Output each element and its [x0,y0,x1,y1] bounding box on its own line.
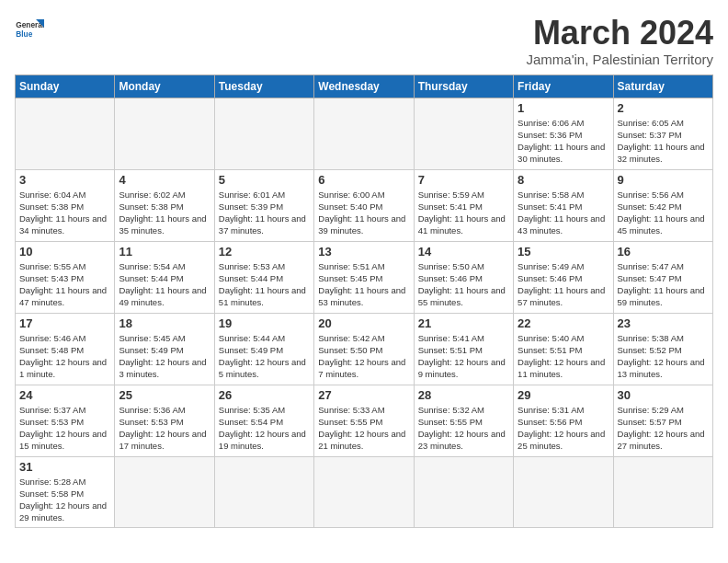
day-info: Sunrise: 5:44 AM Sunset: 5:49 PM Dayligh… [219,332,310,381]
day-info: Sunrise: 5:40 AM Sunset: 5:51 PM Dayligh… [518,332,609,381]
table-row: 1Sunrise: 6:06 AM Sunset: 5:36 PM Daylig… [514,98,613,169]
day-info: Sunrise: 6:00 AM Sunset: 5:40 PM Dayligh… [318,189,409,237]
day-number: 3 [19,173,110,187]
day-info: Sunrise: 5:54 AM Sunset: 5:44 PM Dayligh… [119,260,210,309]
day-number: 5 [219,173,310,187]
table-row: 28Sunrise: 5:32 AM Sunset: 5:55 PM Dayli… [414,385,513,456]
day-info: Sunrise: 5:36 AM Sunset: 5:53 PM Dayligh… [119,404,210,453]
day-number: 20 [318,316,409,330]
table-row: 31Sunrise: 5:28 AM Sunset: 5:58 PM Dayli… [16,456,115,527]
table-row [414,98,513,169]
table-row: 10Sunrise: 5:55 AM Sunset: 5:43 PM Dayli… [16,241,115,313]
day-number: 10 [19,245,110,259]
table-row [214,456,313,527]
day-number: 30 [618,388,709,402]
table-row [115,456,214,527]
day-info: Sunrise: 5:55 AM Sunset: 5:43 PM Dayligh… [19,260,110,309]
day-number: 16 [618,245,709,259]
header-thursday: Thursday [414,75,513,98]
title-area: March 2024 Jamma'in, Palestinian Territo… [527,15,714,67]
day-number: 2 [618,101,709,115]
table-row: 24Sunrise: 5:37 AM Sunset: 5:53 PM Dayli… [16,385,115,456]
day-number: 25 [119,388,210,402]
calendar-table: Sunday Monday Tuesday Wednesday Thursday… [15,75,713,528]
day-info: Sunrise: 5:33 AM Sunset: 5:55 PM Dayligh… [318,404,409,453]
day-number: 18 [119,316,210,330]
day-number: 24 [19,388,110,402]
day-info: Sunrise: 5:51 AM Sunset: 5:45 PM Dayligh… [318,260,409,309]
table-row: 16Sunrise: 5:47 AM Sunset: 5:47 PM Dayli… [613,241,712,313]
day-number: 23 [618,316,709,330]
day-number: 12 [219,245,310,259]
table-row: 3Sunrise: 6:04 AM Sunset: 5:38 PM Daylig… [16,169,115,241]
day-info: Sunrise: 5:46 AM Sunset: 5:48 PM Dayligh… [19,332,110,381]
day-number: 1 [518,101,609,115]
day-info: Sunrise: 5:45 AM Sunset: 5:49 PM Dayligh… [119,332,210,381]
day-info: Sunrise: 6:04 AM Sunset: 5:38 PM Dayligh… [19,189,110,237]
day-number: 6 [318,173,409,187]
table-row: 9Sunrise: 5:56 AM Sunset: 5:42 PM Daylig… [613,169,712,241]
table-row: 7Sunrise: 5:59 AM Sunset: 5:41 PM Daylig… [414,169,513,241]
day-info: Sunrise: 5:42 AM Sunset: 5:50 PM Dayligh… [318,332,409,381]
calendar-header-row: Sunday Monday Tuesday Wednesday Thursday… [16,75,713,98]
day-number: 21 [418,316,509,330]
table-row: 23Sunrise: 5:38 AM Sunset: 5:52 PM Dayli… [613,313,712,385]
header-friday: Friday [514,75,613,98]
day-info: Sunrise: 5:37 AM Sunset: 5:53 PM Dayligh… [19,404,110,453]
calendar-title: March 2024 [527,15,714,52]
day-number: 31 [19,460,110,474]
table-row: 27Sunrise: 5:33 AM Sunset: 5:55 PM Dayli… [314,385,414,456]
header-monday: Monday [115,75,214,98]
table-row [514,456,613,527]
header-saturday: Saturday [613,75,712,98]
table-row: 26Sunrise: 5:35 AM Sunset: 5:54 PM Dayli… [214,385,313,456]
day-info: Sunrise: 5:38 AM Sunset: 5:52 PM Dayligh… [618,332,709,381]
day-number: 4 [119,173,210,187]
day-info: Sunrise: 5:53 AM Sunset: 5:44 PM Dayligh… [219,260,310,309]
header-tuesday: Tuesday [214,75,313,98]
header-wednesday: Wednesday [314,75,414,98]
day-number: 9 [618,173,709,187]
day-info: Sunrise: 5:41 AM Sunset: 5:51 PM Dayligh… [418,332,509,381]
day-info: Sunrise: 5:32 AM Sunset: 5:55 PM Dayligh… [418,404,509,453]
table-row [314,456,414,527]
table-row: 5Sunrise: 6:01 AM Sunset: 5:39 PM Daylig… [214,169,313,241]
svg-text:Blue: Blue [16,29,32,39]
table-row: 20Sunrise: 5:42 AM Sunset: 5:50 PM Dayli… [314,313,414,385]
table-row [214,98,313,169]
header: General Blue March 2024 Jamma'in, Palest… [15,15,713,67]
table-row: 14Sunrise: 5:50 AM Sunset: 5:46 PM Dayli… [414,241,513,313]
table-row: 2Sunrise: 6:05 AM Sunset: 5:37 PM Daylig… [613,98,712,169]
day-info: Sunrise: 6:01 AM Sunset: 5:39 PM Dayligh… [219,189,310,237]
table-row: 8Sunrise: 5:58 AM Sunset: 5:41 PM Daylig… [514,169,613,241]
table-row: 4Sunrise: 6:02 AM Sunset: 5:38 PM Daylig… [115,169,214,241]
table-row: 30Sunrise: 5:29 AM Sunset: 5:57 PM Dayli… [613,385,712,456]
table-row: 21Sunrise: 5:41 AM Sunset: 5:51 PM Dayli… [414,313,513,385]
table-row: 12Sunrise: 5:53 AM Sunset: 5:44 PM Dayli… [214,241,313,313]
table-row: 22Sunrise: 5:40 AM Sunset: 5:51 PM Dayli… [514,313,613,385]
day-info: Sunrise: 5:56 AM Sunset: 5:42 PM Dayligh… [618,189,709,237]
day-info: Sunrise: 6:06 AM Sunset: 5:36 PM Dayligh… [518,117,609,166]
table-row [613,456,712,527]
table-row: 19Sunrise: 5:44 AM Sunset: 5:49 PM Dayli… [214,313,313,385]
logo-icon: General Blue [15,15,44,44]
header-sunday: Sunday [16,75,115,98]
table-row: 18Sunrise: 5:45 AM Sunset: 5:49 PM Dayli… [115,313,214,385]
calendar-subtitle: Jamma'in, Palestinian Territory [527,52,714,67]
day-number: 15 [518,245,609,259]
day-info: Sunrise: 5:31 AM Sunset: 5:56 PM Dayligh… [518,404,609,453]
day-info: Sunrise: 6:05 AM Sunset: 5:37 PM Dayligh… [618,117,709,166]
day-number: 22 [518,316,609,330]
day-info: Sunrise: 5:50 AM Sunset: 5:46 PM Dayligh… [418,260,509,309]
day-number: 14 [418,245,509,259]
table-row: 15Sunrise: 5:49 AM Sunset: 5:46 PM Dayli… [514,241,613,313]
table-row: 6Sunrise: 6:00 AM Sunset: 5:40 PM Daylig… [314,169,414,241]
day-number: 27 [318,388,409,402]
day-number: 8 [518,173,609,187]
day-number: 7 [418,173,509,187]
table-row: 17Sunrise: 5:46 AM Sunset: 5:48 PM Dayli… [16,313,115,385]
day-number: 11 [119,245,210,259]
day-number: 29 [518,388,609,402]
day-number: 28 [418,388,509,402]
table-row: 25Sunrise: 5:36 AM Sunset: 5:53 PM Dayli… [115,385,214,456]
